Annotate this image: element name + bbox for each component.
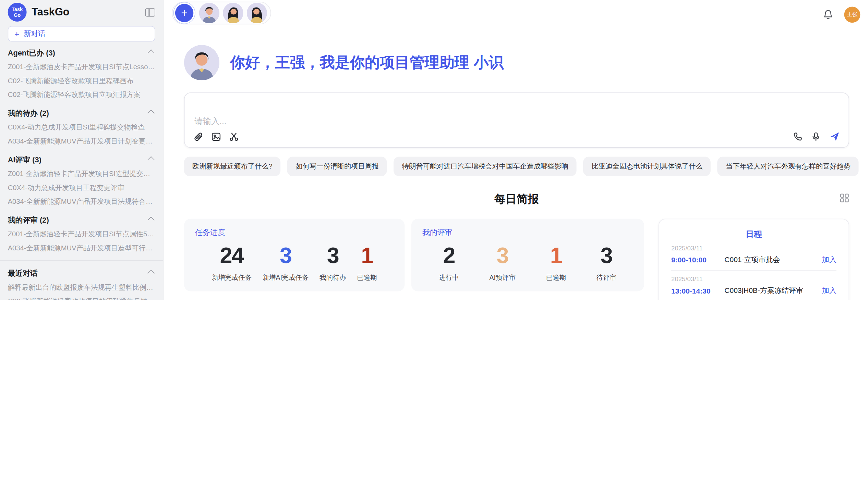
- layout-grid-icon[interactable]: [840, 193, 849, 202]
- task-item[interactable]: A034-全新新能源MUV产品开发项目法规符合性评审: [8, 195, 155, 209]
- stat-label: 待评审: [596, 273, 616, 282]
- stat-label: 进行中: [439, 273, 459, 282]
- chat-input[interactable]: 请输入...: [184, 92, 849, 148]
- task-item[interactable]: Z001-全新燃油轻卡产品开发项目SI造型提交物评审: [8, 167, 155, 181]
- input-attachments: [193, 132, 239, 142]
- sidebar-header: Task Go TaskGo: [8, 0, 155, 24]
- stat-label: 已逾期: [546, 273, 566, 282]
- stat: 1 已逾期: [546, 243, 566, 283]
- greeting-row: 你好，王强，我是你的项目管理助理 小识: [184, 45, 849, 80]
- collapse-sidebar-icon[interactable]: [145, 8, 155, 16]
- plus-icon: +: [14, 30, 19, 38]
- section-title: 我的待办 (2): [8, 108, 49, 118]
- task-item[interactable]: C0X4-动力总成开发项目SI里程碑提交物检查: [8, 121, 155, 134]
- briefing-column: 任务进度 24 新增完成任务 3 新增AI完成任务: [184, 219, 644, 300]
- scissors-icon[interactable]: [229, 132, 239, 142]
- suggestion-chip[interactable]: 当下年轻人对汽车外观有怎样的喜好趋势: [718, 157, 859, 176]
- stat: 3 AI预评审: [490, 243, 516, 283]
- suggestion-chip[interactable]: 特朗普可能对进口汽车增税会对中国车企造成哪些影响: [394, 157, 577, 176]
- phone-icon[interactable]: [793, 132, 803, 141]
- app-logo: Task Go: [8, 3, 27, 22]
- chevron-up-icon[interactable]: [147, 110, 155, 117]
- stat-value: 2: [439, 243, 459, 268]
- chevron-up-icon[interactable]: [147, 270, 155, 277]
- stat-label: 已逾期: [357, 273, 377, 282]
- stat-value: 3: [263, 243, 309, 268]
- schedule-time: 9:00-10:00: [671, 256, 724, 264]
- task-item[interactable]: Z001-全新燃油皮卡产品开发项目SI节点Lesson Learn报告: [8, 60, 155, 74]
- card-title: 我的评审: [422, 228, 633, 238]
- send-icon[interactable]: [829, 131, 840, 142]
- daily-brief-title: 每日简报: [494, 193, 539, 205]
- section-my-review[interactable]: 我的评审 (2): [8, 213, 155, 228]
- sidebar: Task Go TaskGo + 新对话 Agent已办 (3) Z001-全新…: [0, 0, 164, 300]
- paperclip-icon[interactable]: [193, 132, 203, 142]
- suggestion-chip[interactable]: 欧洲新规最近颁布了什么?: [184, 157, 281, 176]
- daily-brief-header: 每日简报: [184, 191, 849, 207]
- input-actions: [793, 131, 840, 142]
- stat-value: 24: [212, 243, 252, 268]
- section-title: 我的评审 (2): [8, 215, 49, 225]
- task-item[interactable]: A034-全新新能源MUV产品开发项目计划变更表编写: [8, 135, 155, 148]
- task-progress-card: 任务进度 24 新增完成任务 3 新增AI完成任务: [184, 219, 405, 291]
- section-my-todo[interactable]: 我的待办 (2): [8, 106, 155, 121]
- schedule-title: 日程: [671, 229, 836, 240]
- recent-chat-item[interactable]: C02-飞腾新能源轻客改款项目的闭环通告反馈情况: [8, 295, 155, 300]
- stat-label: 新增AI完成任务: [263, 273, 309, 282]
- section-title: AI评审 (3): [8, 155, 41, 165]
- app-title: TaskGo: [32, 6, 140, 18]
- schedule-name: C003|H0B-方案冻结评审: [724, 286, 822, 296]
- section-agent-done[interactable]: Agent已办 (3): [8, 46, 155, 61]
- greeting-text: 你好，王强，我是你的项目管理助理 小识: [230, 53, 504, 73]
- stat: 3 我的待办: [320, 243, 346, 283]
- main-area: + 王强 你好，王强，我是你的项目管理助理 小识 请输入: [164, 0, 868, 300]
- stat: 2 进行中: [439, 243, 459, 283]
- stat-value: 3: [320, 243, 346, 268]
- input-placeholder: 请输入...: [195, 116, 227, 127]
- stat-label: 新增完成任务: [212, 273, 252, 282]
- stat: 3 待评审: [596, 243, 616, 283]
- my-review-card: 我的评审 2 进行中 3 AI预评审: [411, 219, 644, 291]
- stat-value: 3: [596, 243, 616, 268]
- task-item[interactable]: Z001-全新燃油轻卡产品开发项目SI节点属性5D文件评审: [8, 228, 155, 241]
- join-link[interactable]: 加入: [822, 255, 836, 265]
- right-column: 日程 2025/03/11 9:00-10:00 C001-立项审批会 加入 2…: [659, 219, 849, 300]
- main-content: 你好，王强，我是你的项目管理助理 小识 请输入... 欧洲新规最近颁布了什么? …: [164, 0, 868, 300]
- section-recent-chats[interactable]: 最近对话: [8, 266, 155, 281]
- chevron-up-icon[interactable]: [147, 216, 155, 224]
- stat: 1 已逾期: [357, 243, 377, 283]
- schedule-date: 2025/03/11: [671, 245, 836, 251]
- stat: 3 新增AI完成任务: [263, 243, 309, 283]
- new-chat-button[interactable]: + 新对话: [8, 26, 155, 41]
- suggestion-chip[interactable]: 比亚迪全固态电池计划具体说了什么: [583, 157, 711, 176]
- recent-chat-item[interactable]: 解释最新出台的欧盟报废车法规再生塑料比例被调至15%...: [8, 281, 155, 295]
- join-link[interactable]: 加入: [822, 286, 836, 296]
- app-window: Task Go TaskGo + 新对话 Agent已办 (3) Z001-全新…: [0, 0, 868, 300]
- stat-label: AI预评审: [490, 273, 516, 282]
- section-title: Agent已办 (3): [8, 48, 55, 58]
- card-title: 任务进度: [195, 228, 394, 238]
- stat-value: 3: [490, 243, 516, 268]
- chevron-up-icon[interactable]: [147, 156, 155, 163]
- logo-text-1: Task: [12, 7, 23, 12]
- task-item[interactable]: A034-全新新能源MUV产品开发项目造型可行性评审: [8, 241, 155, 255]
- divider: [0, 260, 163, 261]
- stat-value: 1: [357, 243, 377, 268]
- task-item[interactable]: C0X4-动力总成开发项目工程变更评审: [8, 181, 155, 195]
- new-chat-label: 新对话: [24, 29, 45, 39]
- mic-icon[interactable]: [811, 132, 821, 141]
- assistant-avatar: [184, 45, 219, 80]
- logo-text-2: Go: [14, 12, 21, 18]
- image-icon[interactable]: [211, 132, 221, 142]
- stat-cards: 任务进度 24 新增完成任务 3 新增AI完成任务: [184, 219, 644, 291]
- suggestion-chip[interactable]: 如何写一份清晰的项目周报: [287, 157, 387, 176]
- schedule-item: 2025/03/11 13:00-14:30 C003|H0B-方案冻结评审 加…: [671, 271, 836, 300]
- task-item[interactable]: C02-飞腾新能源轻客改款项目里程碑画布: [8, 74, 155, 88]
- chevron-up-icon[interactable]: [147, 49, 155, 57]
- schedule-name: C001-立项审批会: [724, 255, 822, 265]
- task-item[interactable]: C02-飞腾新能源轻客改款项目立项汇报方案: [8, 88, 155, 102]
- schedule-card: 日程 2025/03/11 9:00-10:00 C001-立项审批会 加入 2…: [659, 219, 849, 300]
- stat-value: 1: [546, 243, 566, 268]
- section-ai-review[interactable]: AI评审 (3): [8, 152, 155, 167]
- stat-label: 我的待办: [320, 273, 346, 282]
